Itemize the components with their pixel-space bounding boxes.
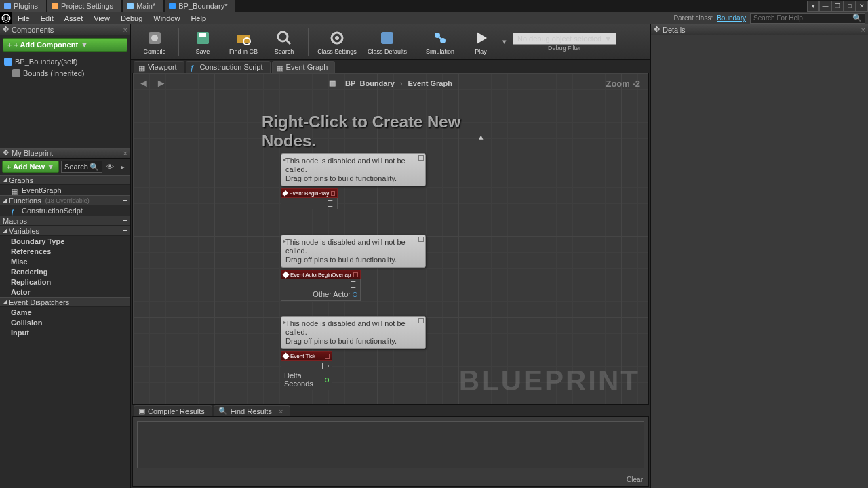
- var-misc[interactable]: Misc: [0, 256, 130, 266]
- cat-macros[interactable]: Macros+: [0, 216, 130, 226]
- nav-forward-icon[interactable]: ►: [156, 77, 167, 89]
- window-maximize-icon[interactable]: □: [844, 1, 856, 12]
- item-eventgraph[interactable]: ▦EventGraph: [0, 185, 130, 195]
- node-toggle-icon[interactable]: [325, 354, 330, 359]
- window-min-left-icon[interactable]: ▾: [807, 1, 819, 12]
- play-button[interactable]: Play: [461, 26, 500, 58]
- menu-debug[interactable]: Debug: [115, 14, 148, 22]
- menu-asset[interactable]: Asset: [59, 14, 89, 22]
- simulation-button[interactable]: Simulation: [420, 26, 460, 58]
- add-icon[interactable]: +: [123, 216, 127, 226]
- breadcrumb-graph[interactable]: Event Graph: [408, 79, 452, 87]
- tab-find-results[interactable]: 🔍Find Results×: [214, 405, 291, 416]
- event-tick-header[interactable]: Event Tick: [281, 351, 332, 361]
- event-beginplay-header[interactable]: Event BeginPlay: [281, 188, 338, 198]
- pin-icon[interactable]: [418, 318, 424, 323]
- play-dropdown-icon[interactable]: ▾: [502, 37, 507, 46]
- parent-class-link[interactable]: Boundary: [717, 14, 746, 22]
- var-rendering[interactable]: Rendering: [0, 266, 130, 277]
- var-boundarytype[interactable]: Boundary Type: [0, 236, 130, 246]
- find-in-cb-button[interactable]: Find in CB: [224, 26, 263, 58]
- exec-pin[interactable]: [351, 281, 357, 288]
- menu-view[interactable]: View: [88, 14, 115, 22]
- tree-child[interactable]: Bounds (Inherited): [0, 67, 130, 79]
- breadcrumb-bp[interactable]: BP_Boundary: [345, 79, 395, 87]
- close-icon[interactable]: ×: [279, 407, 283, 415]
- window-close-icon[interactable]: ✕: [856, 1, 868, 12]
- graph-icon: ▦: [277, 64, 283, 70]
- node-tooltip: ▸This node is disabled and will not be c…: [281, 235, 426, 268]
- delta-seconds-pin[interactable]: Delta Seconds: [284, 371, 329, 388]
- nav-back-icon[interactable]: ◄: [138, 77, 149, 89]
- ed-game[interactable]: Game: [0, 307, 130, 317]
- window-restore-icon[interactable]: ❐: [831, 1, 844, 12]
- var-replication[interactable]: Replication: [0, 277, 130, 287]
- add-new-button[interactable]: + Add New▼: [2, 161, 59, 173]
- app-tab-bp-boundary[interactable]: BP_Boundary*: [165, 0, 235, 12]
- viewport-icon: ▦: [138, 64, 145, 70]
- ue-logo-icon[interactable]: [0, 12, 12, 24]
- class-defaults-button[interactable]: Class Defaults: [363, 26, 412, 58]
- view-options-icon[interactable]: 👁: [104, 161, 115, 172]
- cat-graphs[interactable]: ◢Graphs+: [0, 175, 130, 185]
- cat-eventdispatchers[interactable]: ◢Event Dispatchers+: [0, 297, 130, 307]
- close-icon[interactable]: ×: [861, 26, 865, 34]
- clear-button[interactable]: Clear: [627, 476, 643, 483]
- item-constructionscript[interactable]: ƒConstructionScript: [0, 205, 130, 216]
- close-icon[interactable]: ×: [123, 26, 127, 34]
- play-icon: [472, 29, 490, 47]
- save-button[interactable]: Save: [183, 26, 222, 58]
- debug-object-select[interactable]: No debug object selected▼: [513, 33, 616, 45]
- myblueprint-panel-title: ✥My Blueprint×: [0, 148, 130, 159]
- ed-input[interactable]: Input: [0, 327, 130, 338]
- add-icon[interactable]: +: [123, 226, 127, 236]
- app-tab-project-settings[interactable]: Project Settings: [47, 0, 121, 12]
- var-actor[interactable]: Actor: [0, 287, 130, 297]
- tab-event-graph[interactable]: ▦Event Graph: [272, 61, 336, 73]
- app-tab-plugins[interactable]: Plugins: [0, 0, 46, 12]
- close-icon[interactable]: ×: [123, 149, 127, 157]
- tree-root[interactable]: BP_Boundary(self): [0, 56, 130, 67]
- graph-canvas[interactable]: ◄ ► ▦ BP_Boundary › Event Graph Zoom -2 …: [132, 73, 649, 405]
- node-toggle-icon[interactable]: [353, 272, 358, 277]
- node-tick-group[interactable]: ▸This node is disabled and will not be c…: [281, 316, 426, 390]
- menu-edit[interactable]: Edit: [35, 14, 59, 22]
- tab-construction-script[interactable]: ƒConstruction Script: [186, 61, 271, 73]
- myblueprint-search-input[interactable]: Search🔍: [61, 161, 102, 173]
- node-overlap-group[interactable]: ▸This node is disabled and will not be c…: [281, 235, 426, 301]
- cat-functions[interactable]: ◢Functions(18 Overridable)+: [0, 195, 130, 205]
- node-beginplay-group[interactable]: ▸This node is disabled and will not be c…: [281, 153, 426, 209]
- class-settings-button[interactable]: Class Settings: [313, 26, 361, 58]
- help-search-input[interactable]: Search For Help🔍: [750, 13, 865, 24]
- cat-variables[interactable]: ◢Variables+: [0, 226, 130, 236]
- app-tab-main[interactable]: Main*: [123, 0, 163, 12]
- add-component-button[interactable]: ++ Add Component▼: [3, 38, 127, 52]
- add-icon[interactable]: +: [123, 176, 127, 185]
- menu-help[interactable]: Help: [185, 14, 212, 22]
- view-options-dropdown-icon[interactable]: ▸: [117, 161, 128, 172]
- search-button[interactable]: Search: [264, 26, 304, 58]
- menu-file[interactable]: File: [12, 14, 35, 22]
- results-box[interactable]: [137, 421, 644, 468]
- window-minimize-icon[interactable]: —: [819, 1, 831, 12]
- exec-pin[interactable]: [328, 200, 334, 207]
- tab-viewport[interactable]: ▦Viewport: [134, 61, 184, 73]
- function-icon: ƒ: [191, 64, 197, 70]
- pin-icon[interactable]: [418, 237, 424, 242]
- details-panel-title: ✥Details×: [651, 24, 868, 35]
- exec-pin[interactable]: [322, 363, 329, 369]
- tab-compiler-results[interactable]: ▣Compiler Results: [134, 405, 212, 416]
- defaults-icon: [378, 29, 396, 47]
- other-actor-pin[interactable]: Other Actor: [313, 290, 357, 298]
- search-icon: 🔍: [90, 163, 99, 171]
- simulation-icon: [431, 29, 449, 47]
- add-icon[interactable]: +: [123, 298, 127, 307]
- pin-icon[interactable]: [418, 155, 424, 161]
- ed-collision[interactable]: Collision: [0, 317, 130, 327]
- compile-button[interactable]: Compile: [135, 26, 174, 58]
- event-overlap-header[interactable]: Event ActorBeginOverlap: [281, 270, 361, 279]
- node-toggle-icon[interactable]: [331, 191, 335, 196]
- var-references[interactable]: References: [0, 246, 130, 256]
- add-icon[interactable]: +: [123, 196, 127, 205]
- menu-window[interactable]: Window: [148, 14, 185, 22]
